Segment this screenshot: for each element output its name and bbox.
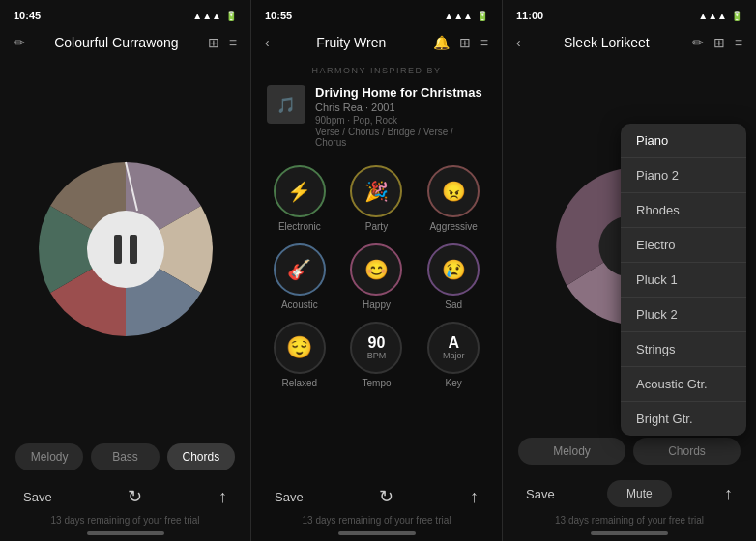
upload-icon-2[interactable]: ↑	[470, 487, 479, 507]
mute-button[interactable]: Mute	[607, 480, 672, 507]
upload-icon-3[interactable]: ↑	[724, 484, 733, 504]
svg-point-0	[87, 211, 164, 288]
param-tempo: 90 BPM Tempo	[344, 322, 410, 388]
menu-icon-1[interactable]: ≡	[229, 35, 237, 50]
mood-circle-acoustic[interactable]: 🎸	[274, 243, 326, 296]
instrument-rhodes[interactable]: Rhodes	[621, 193, 746, 228]
param-label-tempo: Tempo	[362, 378, 391, 388]
instrument-acoustic-gtr[interactable]: Acoustic Gtr.	[621, 367, 746, 402]
mood-acoustic: 🎸 Acoustic	[267, 243, 333, 310]
wheel-container-1	[0, 62, 250, 436]
wifi-icon-3: ▲▲▲	[698, 11, 727, 21]
param-unit-key: Major	[443, 351, 465, 360]
mood-circle-sad[interactable]: 😢	[427, 243, 480, 296]
home-indicator-2	[338, 531, 416, 535]
bell-icon-2[interactable]: 🔔	[433, 35, 450, 50]
param-value-key: A	[448, 335, 459, 351]
param-label-relaxed: Relaxed	[281, 378, 317, 388]
time-2: 10:55	[265, 10, 292, 21]
tab-melody-1[interactable]: Melody	[15, 443, 83, 470]
instrument-pluck2[interactable]: Pluck 2	[621, 298, 746, 332]
instrument-piano[interactable]: Piano	[621, 124, 746, 158]
param-key: A Major Key	[421, 322, 486, 388]
header-left-icons-1: ✏	[14, 35, 25, 50]
mood-circle-aggressive[interactable]: 😠	[427, 165, 480, 217]
param-value-tempo: 90	[368, 335, 386, 351]
home-indicator-3	[591, 531, 668, 535]
status-icons-2: ▲▲▲ 🔋	[444, 11, 488, 21]
mood-label-acoustic: Acoustic	[281, 299, 318, 310]
bottom-tabs-3: Melody Chords	[503, 430, 756, 472]
instrument-pluck1[interactable]: Pluck 1	[621, 263, 746, 298]
tab-chords-1[interactable]: Chords	[167, 443, 235, 470]
tab-melody-3[interactable]: Melody	[518, 438, 625, 465]
mood-grid: ⚡ Electronic 🎉 Party 😠 Aggressive 🎸 Acou…	[251, 157, 502, 318]
app-header-1: ✏ Colourful Currawong ⊞ ≡	[0, 27, 250, 62]
pencil-icon-3[interactable]: ✏	[692, 35, 704, 50]
mood-aggressive: 😠 Aggressive	[421, 165, 486, 232]
param-circle-tempo[interactable]: 90 BPM	[350, 322, 402, 374]
grid-icon-2[interactable]: ⊞	[459, 35, 471, 50]
song-structure: Verse / Chorus / Bridge / Verse / Chorus	[315, 127, 486, 148]
param-circle-relaxed[interactable]: 😌	[274, 322, 326, 374]
upload-icon-1[interactable]: ↑	[218, 487, 227, 507]
menu-icon-2[interactable]: ≡	[480, 35, 488, 50]
chord-wheel-1[interactable]	[29, 153, 222, 346]
mood-party: 🎉 Party	[344, 165, 410, 232]
status-bar-1: 10:45 ▲▲▲ 🔋	[0, 0, 250, 27]
wifi-icon: ▲▲▲	[192, 11, 221, 21]
time-3: 11:00	[516, 10, 543, 21]
param-relaxed: 😌 Relaxed	[267, 322, 333, 388]
battery-icon: 🔋	[225, 11, 237, 21]
wheel-container-3: Piano Piano 2 Rhodes Electro Pluck 1 Plu…	[503, 62, 756, 430]
param-circle-key[interactable]: A Major	[427, 322, 480, 374]
panel3-title: Sleek Lorikeet	[521, 35, 692, 50]
panel-sleek-lorikeet: 11:00 ▲▲▲ 🔋 ‹ Sleek Lorikeet ✏ ⊞ ≡ Piano	[503, 0, 756, 541]
app-header-3: ‹ Sleek Lorikeet ✏ ⊞ ≡	[503, 27, 756, 62]
instrument-strings[interactable]: Strings	[621, 332, 746, 367]
song-artist: Chris Rea · 2001	[315, 101, 486, 113]
mood-label-electronic: Electronic	[278, 221, 321, 232]
save-button-2[interactable]: Save	[275, 490, 304, 504]
status-icons-3: ▲▲▲ 🔋	[698, 11, 742, 21]
grid-icon-3[interactable]: ⊞	[713, 35, 725, 50]
tab-chords-3[interactable]: Chords	[633, 438, 741, 465]
trial-text-1: 13 days remaining of your free trial	[0, 515, 250, 531]
panel-colourful-currawong: 10:45 ▲▲▲ 🔋 ✏ Colourful Currawong ⊞ ≡	[0, 0, 251, 541]
battery-icon-3: 🔋	[731, 11, 742, 21]
song-title: Driving Home for Christmas	[315, 85, 486, 100]
trial-text-2: 13 days remaining of your free trial	[251, 515, 502, 531]
status-icons-1: ▲▲▲ 🔋	[192, 11, 237, 21]
mood-label-aggressive: Aggressive	[429, 221, 477, 232]
wifi-icon-2: ▲▲▲	[444, 11, 473, 21]
song-meta: 90bpm · Pop, Rock	[315, 115, 486, 126]
mood-label-happy: Happy	[363, 299, 391, 310]
bottom-actions-3: Save Mute ↑	[503, 472, 756, 515]
menu-icon-3[interactable]: ≡	[735, 35, 742, 50]
app-header-2: ‹ Fruity Wren 🔔 ⊞ ≡	[251, 27, 502, 62]
bottom-actions-2: Save ↻ ↑	[251, 478, 502, 515]
pencil-icon[interactable]: ✏	[14, 35, 25, 50]
param-label-key: Key	[446, 378, 462, 388]
header-right-icons-3: ✏ ⊞ ≡	[692, 35, 742, 50]
grid-icon-1[interactable]: ⊞	[208, 35, 219, 50]
instrument-electro[interactable]: Electro	[621, 228, 746, 263]
status-bar-3: 11:00 ▲▲▲ 🔋	[503, 0, 756, 27]
tab-bass-1[interactable]: Bass	[91, 443, 159, 470]
battery-icon-2: 🔋	[477, 11, 488, 21]
bottom-actions-1: Save ↻ ↑	[0, 478, 250, 515]
mood-label-party: Party	[365, 221, 388, 232]
instrument-piano2[interactable]: Piano 2	[621, 158, 746, 193]
refresh-icon-2[interactable]: ↻	[379, 486, 393, 507]
refresh-icon-1[interactable]: ↻	[128, 486, 142, 507]
save-button-3[interactable]: Save	[526, 487, 555, 501]
trial-text-3: 13 days remaining of your free trial	[503, 515, 756, 531]
panel2-title: Fruity Wren	[270, 35, 433, 50]
header-right-icons-2: 🔔 ⊞ ≡	[433, 35, 488, 50]
instrument-bright-gtr[interactable]: Bright Gtr.	[621, 402, 746, 436]
mood-circle-electronic[interactable]: ⚡	[274, 165, 326, 217]
save-button-1[interactable]: Save	[23, 490, 52, 504]
mood-circle-party[interactable]: 🎉	[350, 165, 402, 217]
param-row: 😌 Relaxed 90 BPM Tempo A Major Key	[251, 318, 502, 396]
mood-circle-happy[interactable]: 😊	[350, 243, 402, 296]
